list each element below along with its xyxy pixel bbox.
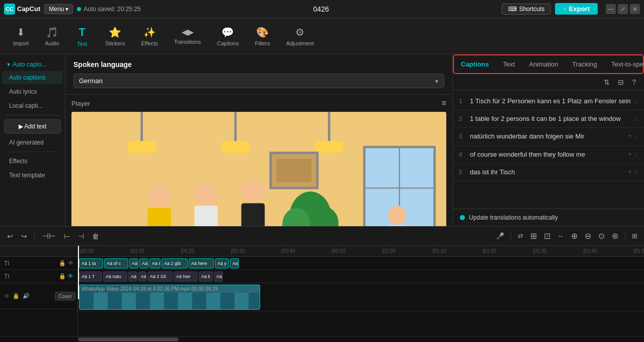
minimize-button[interactable]: — <box>606 4 616 14</box>
track-lock-icon-2[interactable]: 🔒 <box>59 273 66 280</box>
ruler-mark-5: |00:50 <box>332 248 382 254</box>
track-remove-button[interactable]: ⊡ <box>541 230 553 242</box>
toolbar-transitions[interactable]: ◀▶ Transitions <box>167 24 208 48</box>
sort-captions-button[interactable]: ⇅ <box>602 77 612 87</box>
clip-1-1[interactable]: Aä 1 ta <box>79 258 103 268</box>
caption-download-icon-4[interactable]: ↓ <box>635 150 638 158</box>
maximize-button[interactable]: ⤢ <box>618 4 628 14</box>
tab-text[interactable]: Text <box>496 55 522 73</box>
playhead[interactable] <box>78 246 79 299</box>
clip-1-8[interactable]: Aä y <box>215 258 229 268</box>
track-eye-icon-2[interactable]: 👁 <box>68 273 73 280</box>
sidebar-item-auto-captions[interactable]: Auto captions <box>2 71 63 84</box>
track-eye-icon-1[interactable]: 👁 <box>68 260 73 266</box>
sidebar-item-effects[interactable]: Effects <box>2 155 63 168</box>
caption-add-icon-5[interactable]: + <box>628 168 632 175</box>
caption-download-icon-3[interactable]: ↓ <box>635 132 638 140</box>
clip-2-3[interactable]: Aä <box>128 271 137 282</box>
caption-icons-5: + ↓ <box>628 168 638 175</box>
caption-add-icon-3[interactable]: + <box>628 132 632 140</box>
sidebar-group-auto-captions[interactable]: ▾ Auto capto... <box>0 58 65 71</box>
toolbar-stickers[interactable]: ⭐ Stickers <box>98 23 132 49</box>
text-icon: T <box>79 26 86 39</box>
caption-download-icon-5[interactable]: ↓ <box>635 168 638 175</box>
zoom-out-button[interactable]: ⊖ <box>582 230 594 242</box>
caption-add-icon-4[interactable]: + <box>628 150 632 158</box>
menu-button[interactable]: Menu ▾ <box>44 4 73 14</box>
undo-button[interactable]: ↩ <box>4 231 16 242</box>
timeline-scroll-area[interactable]: |00:00 |00:10 |00:20 |00:30 |00:40 |00:5… <box>78 246 644 336</box>
autosave-status: Auto saved: 20:25:25 <box>77 6 140 13</box>
toolbar-filters[interactable]: 🎨 Filters <box>248 23 277 49</box>
track-lock-icon-1[interactable]: 🔒 <box>59 260 66 266</box>
clip-2-5[interactable]: Aä 2 Gli <box>147 271 173 282</box>
trim-end-button[interactable]: ⊣ <box>75 231 87 242</box>
tab-animation[interactable]: Animation <box>522 55 565 73</box>
toolbar-adjustment[interactable]: ⚙ Adjustment <box>279 23 321 49</box>
player-menu-icon[interactable]: ≡ <box>442 99 446 108</box>
clip-2-4[interactable]: Aä d <box>138 271 146 282</box>
delete-button[interactable]: 🗑 <box>89 231 102 242</box>
clip-2-2[interactable]: Aä natu <box>103 271 127 282</box>
toolbar-import[interactable]: ⬇ Import <box>6 23 36 49</box>
caption-item-4[interactable]: 4 of course wonderful then they follow m… <box>453 146 644 164</box>
sidebar-item-text-template[interactable]: Text template <box>2 169 63 182</box>
clip-1-7[interactable]: Aä here <box>189 258 214 268</box>
caption-download-icon-1[interactable]: ↓ <box>635 97 638 104</box>
zoom-in-button[interactable]: ⊙ <box>596 230 607 242</box>
clip-2-8[interactable]: Aä <box>214 271 223 282</box>
caption-item-2[interactable]: 2 1 table for 2 persons it can be 1 plac… <box>453 110 644 128</box>
shortcuts-button[interactable]: ⌨ Shortcuts <box>502 4 551 15</box>
clip-1-6[interactable]: Aä 2 glä <box>162 258 188 268</box>
clip-1-3[interactable]: Aä <box>129 258 138 268</box>
toolbar-text[interactable]: T Text <box>68 23 96 50</box>
sidebar-item-ai-generated[interactable]: AI generated <box>2 136 63 149</box>
svg-rect-13 <box>276 159 311 182</box>
caption-download-icon-2[interactable]: ↓ <box>635 114 638 122</box>
cover-button[interactable]: Cover <box>55 292 75 300</box>
trim-start-button[interactable]: ⊢ <box>61 231 73 242</box>
clip-1-5[interactable]: Aä n <box>149 258 160 268</box>
clip-2-6[interactable]: Aä hier <box>174 271 198 282</box>
caption-settings-button[interactable]: ⊟ <box>616 77 626 87</box>
clip-1-2[interactable]: Aä of c <box>104 258 128 268</box>
track-volume-video[interactable]: 🔊 <box>23 293 30 299</box>
track-lock-video[interactable]: 🔒 <box>13 293 20 299</box>
toolbar-effects[interactable]: ✨ Effects <box>134 23 165 49</box>
split-track-button[interactable]: ⇄ <box>515 231 526 241</box>
tab-tracking[interactable]: Tracking <box>565 55 604 73</box>
clip-2-7[interactable]: Aä k <box>199 271 213 282</box>
video-clip[interactable]: WhatsApp Video 2024-04-26 at 8.02.06 PM.… <box>79 285 260 310</box>
language-select[interactable]: German English French Spanish <box>73 74 444 88</box>
mic-button[interactable]: 🎤 <box>494 231 507 241</box>
scroll-thumb[interactable] <box>78 337 179 341</box>
update-dot <box>460 215 465 220</box>
track-label-2: TI 🔒 👁 <box>0 270 77 283</box>
clip-1-9[interactable]: Aä <box>230 258 239 268</box>
sidebar-item-local-captions[interactable]: Local capti... <box>2 99 63 112</box>
redo-button[interactable]: ↪ <box>18 231 30 242</box>
toolbar-audio[interactable]: 🎵 Audio <box>38 23 66 49</box>
tab-text-to-speech[interactable]: Text-to-spe <box>604 55 644 73</box>
toolbar-captions[interactable]: 💬 Captions <box>210 23 246 49</box>
caption-item-3[interactable]: 3 natürlich wunderbar dann folgen sie Mi… <box>453 128 644 146</box>
split-button[interactable]: ⊣⊢ <box>39 230 59 242</box>
grid-view-button[interactable]: ⊞ <box>629 231 640 241</box>
caption-item-1[interactable]: 1 1 Tisch für 2 Personen kann es 1 Platz… <box>453 93 644 110</box>
track-insert-button[interactable]: ⊞ <box>528 230 539 242</box>
timeline-bottom-scrollbar[interactable] <box>0 336 644 342</box>
caption-help-button[interactable]: ? <box>630 77 638 87</box>
language-select-wrapper[interactable]: German English French Spanish <box>73 74 444 88</box>
close-button[interactable]: ✕ <box>630 4 640 14</box>
sidebar-add-text[interactable]: ▶ Add text <box>4 119 61 133</box>
caption-item-5[interactable]: 5 das ist ihr Tisch + ↓ <box>453 164 644 181</box>
export-button[interactable]: ↑ Export <box>555 3 598 15</box>
fit-timeline-button[interactable]: ↔ <box>555 231 567 241</box>
track-eye-video[interactable]: 👁 <box>4 293 10 299</box>
snap-button[interactable]: ⊕ <box>569 230 580 242</box>
clip-2-1[interactable]: Aä 1 T <box>79 271 102 282</box>
clip-1-4[interactable]: Aä <box>139 258 148 268</box>
sidebar-item-auto-lyrics[interactable]: Auto lyrics <box>2 85 63 98</box>
settings-timeline-button[interactable]: ⊛ <box>609 230 621 242</box>
tab-captions[interactable]: Captions <box>454 55 496 73</box>
